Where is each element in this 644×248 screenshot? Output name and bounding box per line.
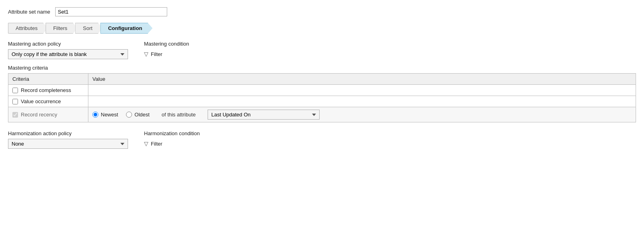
harmonization-filter-icon: ▽ [144, 140, 148, 147]
mastering-action-policy-col: Mastering action policy Only copy if the… [8, 41, 128, 59]
criteria-recency-cb-row: Record recency [12, 112, 84, 118]
harmonization-condition-col: Harmonization condition ▽ Filter [144, 130, 200, 147]
harmonization-policy-row: Harmonization action policy None Always … [8, 130, 636, 149]
criteria-completeness-value [88, 85, 636, 96]
mastering-criteria-label: Mastering criteria [8, 65, 636, 71]
recency-oldest-item: Oldest [126, 112, 150, 118]
mastering-condition-row: ▽ Filter [144, 51, 189, 57]
table-row: Record completeness [8, 85, 636, 96]
criteria-recency-checkbox [12, 112, 18, 118]
harmonization-action-policy-col: Harmonization action policy None Always … [8, 130, 128, 149]
attr-set-name-row: Attribute set name [8, 7, 636, 16]
recency-oldest-label: Oldest [134, 112, 150, 118]
mastering-condition-filter-label[interactable]: Filter [151, 51, 162, 57]
criteria-completeness-label: Record completeness [21, 87, 71, 93]
mastering-action-policy-label: Mastering action policy [8, 41, 128, 47]
tab-sort[interactable]: Sort [75, 23, 103, 34]
harmonization-condition-filter-label[interactable]: Filter [151, 141, 162, 147]
mastering-condition-label: Mastering condition [144, 41, 189, 47]
tab-filters-label: Filters [53, 25, 67, 31]
criteria-occurrence-checkbox[interactable] [12, 99, 18, 104]
tab-filters[interactable]: Filters [46, 23, 78, 34]
criteria-occurrence-label: Value occurrence [21, 98, 61, 104]
mastering-action-policy-select[interactable]: Only copy if the attribute is blank Alwa… [8, 49, 128, 59]
tab-attributes-label: Attributes [16, 25, 38, 31]
criteria-completeness-cell: Record completeness [8, 85, 88, 96]
criteria-completeness-cb-row: Record completeness [12, 87, 84, 93]
tab-bar: Attributes Filters Sort Configuration [8, 23, 636, 34]
mastering-filter-icon: ▽ [144, 51, 148, 57]
mastering-criteria-table: Criteria Value Record completeness Value… [8, 73, 636, 122]
harmonization-action-policy-label: Harmonization action policy [8, 130, 128, 136]
harmonization-section: Harmonization action policy None Always … [8, 130, 636, 149]
mastering-policy-row: Mastering action policy Only copy if the… [8, 41, 636, 59]
recency-oldest-radio[interactable] [126, 112, 132, 118]
harmonization-action-policy-select[interactable]: None Always copy Only copy if blank [8, 139, 128, 149]
recency-of-attr-label: of this attribute [162, 112, 196, 118]
criteria-recency-label: Record recency [21, 112, 57, 118]
recency-newest-label: Newest [101, 112, 118, 118]
attr-set-label: Attribute set name [8, 9, 50, 15]
criteria-occurrence-cell: Value occurrence [8, 96, 88, 107]
tab-sort-label: Sort [83, 25, 92, 31]
table-row: Value occurrence [8, 96, 636, 107]
recency-newest-radio[interactable] [92, 112, 98, 118]
recency-newest-item: Newest [92, 112, 118, 118]
criteria-recency-cell: Record recency [8, 107, 88, 122]
attr-set-input[interactable] [55, 7, 167, 16]
harmonization-condition-label: Harmonization condition [144, 130, 200, 136]
tab-configuration[interactable]: Configuration [100, 23, 152, 34]
tab-attributes[interactable]: Attributes [8, 23, 48, 34]
criteria-completeness-checkbox[interactable] [12, 88, 18, 93]
criteria-occurrence-cb-row: Value occurrence [12, 98, 84, 104]
tab-configuration-label: Configuration [108, 25, 142, 31]
criteria-recency-value: Newest Oldest of this attribute Last Upd… [88, 107, 636, 122]
col-header-criteria: Criteria [8, 74, 88, 85]
table-row: Record recency Newest Oldest of this att… [8, 107, 636, 122]
recency-attr-select[interactable]: Last Updated On Created On Modified On [208, 110, 320, 120]
criteria-occurrence-value [88, 96, 636, 107]
harmonization-condition-row: ▽ Filter [144, 140, 200, 147]
mastering-condition-col: Mastering condition ▽ Filter [144, 41, 189, 57]
col-header-value: Value [88, 74, 636, 85]
recency-radio-cell: Newest Oldest of this attribute Last Upd… [92, 110, 632, 120]
